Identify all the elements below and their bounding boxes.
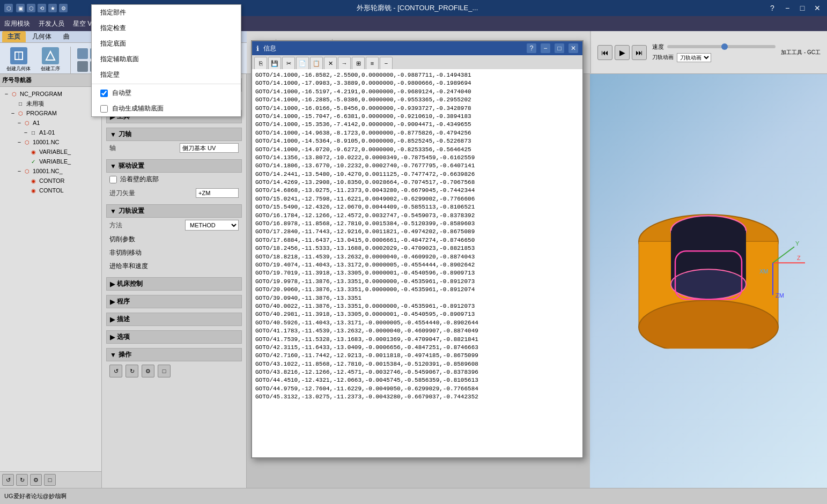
tb-list-btn[interactable]: ≡ [366,57,379,70]
axis-label: 轴 [109,144,116,153]
axis-header[interactable]: ▼ 刀轴 [106,128,242,141]
dialog-min-btn[interactable]: − [541,43,550,53]
operation-header[interactable]: ▼ 操作 [106,348,242,361]
animation-select[interactable]: 刀轨动画 [677,53,711,62]
op-btn-1[interactable]: ↺ [109,365,122,377]
code-line: GOTO/18.2456,-11.5333,-13.1688,0.0002029… [254,244,580,253]
tab-geometry[interactable]: 几何体 [27,31,57,42]
tb-cut-btn[interactable]: ✂ [282,57,295,70]
viewport-3d: Z Y ZM XM [590,74,827,488]
tool-settings-header[interactable]: ▼ 刀轨设置 [106,204,242,218]
restore-btn[interactable]: − [782,3,793,13]
drive-settings-header[interactable]: ▼ 驱动设置 [106,159,242,173]
context-menu-label-auto-gen: 自动生成辅助底面 [112,104,164,113]
tree-item-program[interactable]: − ⬡ PROGRAM [2,108,99,118]
op-btn-4[interactable]: □ [158,365,171,377]
desc-header[interactable]: ▶ 描述 [106,313,242,326]
nav-btn-3[interactable]: ⚙ [30,474,42,486]
contor2-label: CONTOL [39,187,64,194]
code-line: GOTO/43.1022,-11.8568,-12.7810,-0.001538… [254,360,580,368]
speed-control: 速度 刀轨动画 刀轨动画 [652,43,776,62]
tb-table-btn[interactable]: ⊞ [352,57,365,70]
program-header[interactable]: ▶ 程序 [106,295,242,308]
code-line: GOTO/42.7160,-11.7442,-12.9213,-0.001181… [254,352,580,360]
code-line: GOTO/15.5490,-12.4326,-12.0670,0.0044409… [254,203,580,211]
code-line: GOTO/40.5926,-11.4043,-13.3171,-0.000000… [254,319,580,327]
dialog-title-bar: ℹ 信息 ? − □ ✕ [252,41,582,55]
options-section: ▶ 选项 [106,330,242,344]
code-line: GOTO/40.0022,-11.3876,-13.3351,0.0000000… [254,302,580,310]
op-btn-2[interactable]: ↻ [125,365,138,377]
method2-select[interactable]: METHOD [185,220,239,231]
feed-vector-input[interactable] [196,188,239,198]
ribbon-btn-6[interactable] [77,61,88,72]
tree-item-unused[interactable]: □ 未用项 [2,99,99,108]
dialog-close-btn[interactable]: ✕ [568,43,578,53]
machine-ctrl-header[interactable]: ▶ 机床控制 [106,277,242,291]
code-line: GOTO/45.3132,-13.0275,-11.2373,-0.004328… [254,393,580,401]
tb-copy-btn[interactable]: ⎘ [254,57,267,70]
tree-item-10001ncb[interactable]: − ⬡ 10001.NC_ [2,166,99,176]
nav-btn-2[interactable]: ↻ [16,474,28,486]
code-line: GOTO/14.1000,-15.7047,-6.6381,0.0000000,… [254,113,580,121]
dialog-help-btn[interactable]: ? [527,43,536,53]
tb-arrow-btn[interactable]: → [338,57,351,70]
ribbon-create-geometry[interactable]: 创建几何体 [4,45,33,75]
tree-item-a1[interactable]: − ⬡ A1 [2,118,99,128]
context-menu-item-wall[interactable]: 指定壁 [92,67,241,83]
nav-btn-4[interactable]: □ [44,474,56,486]
play-btn[interactable]: ▶ [615,45,630,60]
icon-4: ★ [48,4,57,12]
tb-doc2-btn[interactable]: 📋 [310,57,323,70]
tree-item-var2[interactable]: ✓ VARIABLE_ [2,157,99,166]
tree-item-nc-program[interactable]: − ⬡ NC_PROGRAM [2,89,99,99]
tb-close-btn[interactable]: ✕ [324,57,337,70]
machine-ctrl-title: 机床控制 [117,279,143,288]
maximize-btn[interactable]: □ [797,3,808,13]
top-menu-item-modules[interactable]: 应用模块 [4,19,30,28]
context-menu-item-aux-floor[interactable]: 指定辅助底面 [92,51,241,67]
context-menu-item-check[interactable]: 指定检查 [92,20,241,36]
along-wall-checkbox[interactable] [109,176,117,183]
context-menu-item-part[interactable]: 指定部件 [92,5,241,20]
tree-item-10001nc[interactable]: − ⬡ 10001.NC [2,137,99,147]
auto-gen-checkbox[interactable] [100,105,108,113]
program-title: 程序 [117,297,130,306]
context-menu-item-auto-gen[interactable]: 自动生成辅助底面 [92,101,241,116]
play-prev-btn[interactable]: ⏮ [597,45,612,60]
feed-speed-label: 进给率和速度 [109,262,148,271]
tree-item-contor1[interactable]: ◉ CONTOR [2,176,99,186]
code-line: GOTO/14.1000,-16.8582,-2.5500,0.0000000,… [254,71,580,79]
operation-arrow: ▼ [110,351,116,359]
context-menu-item-floor[interactable]: 指定底面 [92,36,241,51]
tree-item-var1[interactable]: ◉ VARIABLE_ [2,147,99,157]
operation-title: 操作 [119,350,131,359]
tab-curve[interactable]: 曲 [58,31,75,42]
axis-input[interactable] [180,143,239,153]
create-geometry-label: 创建几何体 [6,65,31,72]
dialog-max-btn[interactable]: □ [555,43,564,53]
status-text: UG爱好者论坛@妙哉啊 [4,492,67,500]
speed-slider[interactable] [721,43,728,50]
tree-item-contor2[interactable]: ◉ CONTOL [2,186,99,195]
op-btn-3[interactable]: ⚙ [142,365,154,377]
tb-save-btn[interactable]: 💾 [268,57,281,70]
dialog-content[interactable]: GOTO/14.1000,-16.8582,-2.5500,0.0000000,… [252,69,582,457]
tb-doc1-btn[interactable]: 📄 [296,57,309,70]
code-line: GOTO/39.0940,-11.3876,-13.3351 [254,294,580,302]
tb-minus-btn[interactable]: − [380,57,393,70]
options-header[interactable]: ▶ 选项 [106,330,242,344]
ribbon-create-tool[interactable]: 创建工序 [37,45,64,75]
code-line: GOTO/18.8218,-11.4539,-13.2632,0.0000040… [254,253,580,261]
minimize-btn[interactable]: ? [767,3,778,13]
tab-home[interactable]: 主页 [2,31,26,42]
close-btn[interactable]: ✕ [812,3,823,13]
program-section: ▶ 程序 [106,295,242,308]
play-next-btn[interactable]: ⏭ [632,45,647,60]
context-menu-item-auto-wall[interactable]: 自动壁 [92,85,241,101]
top-menu-item-dev[interactable]: 开发人员 [39,19,64,28]
nav-btn-1[interactable]: ↺ [2,474,14,486]
ribbon-btn-1[interactable] [77,48,88,59]
tree-item-a1-01[interactable]: − □ A1-01 [2,128,99,137]
auto-wall-checkbox[interactable] [100,90,108,97]
